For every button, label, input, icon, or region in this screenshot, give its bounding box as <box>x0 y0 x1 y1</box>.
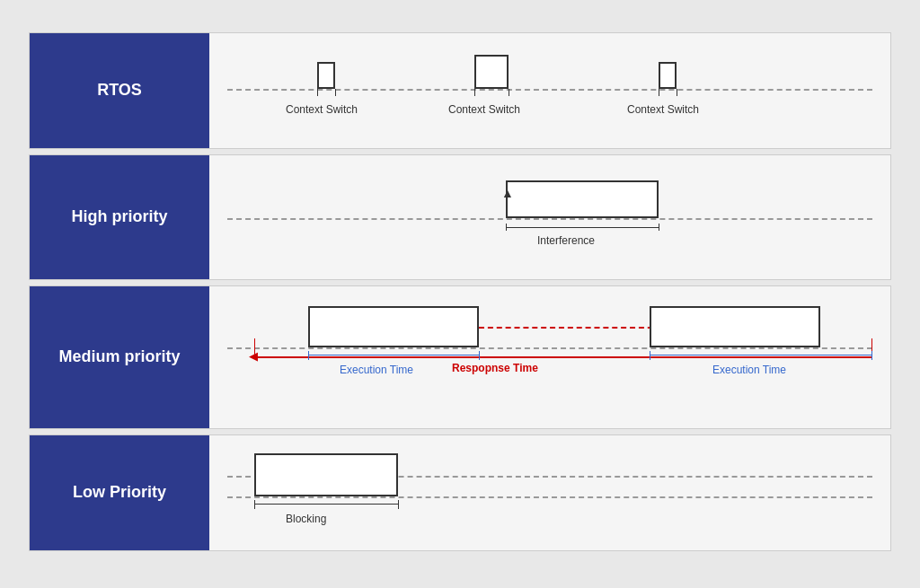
medium-pulse-2 <box>650 306 820 347</box>
interference-bracket-line <box>506 227 659 228</box>
rtos-diagram: Context Switch Context Switch Context Sw… <box>209 33 890 148</box>
blocking-label: Blocking <box>286 513 326 525</box>
medium-priority-row: Medium priority ◀ Respopnse Time <box>29 285 891 429</box>
exec2-label: Execution Time <box>712 364 786 376</box>
blocking-right-tick <box>398 500 399 509</box>
interference-label: Interference <box>537 234 595 247</box>
low-priority-row: Low Priority Blocking <box>29 434 891 551</box>
exec1-right-tick <box>479 351 480 360</box>
context-switch-label-2: Context Switch <box>448 103 520 116</box>
exec1-left-tick <box>308 351 309 360</box>
exec2-right-tick <box>871 351 872 360</box>
high-priority-label: High priority <box>30 155 209 279</box>
response-arrowhead-left: ◀ <box>249 349 258 363</box>
exec2-left-tick <box>650 351 650 360</box>
context-switch-rect-2 <box>474 55 509 89</box>
high-baseline <box>227 218 872 220</box>
context-switch-rect-1 <box>317 62 335 89</box>
context-switch-label-1: Context Switch <box>286 103 358 116</box>
low-diagram: Blocking <box>209 435 890 550</box>
rtos-row: RTOS Context Switch Context Switch Conte… <box>29 32 891 149</box>
context-switch-label-3: Context Switch <box>627 103 699 116</box>
diagram-container: RTOS Context Switch Context Switch Conte… <box>29 23 891 566</box>
low-baseline-lower <box>227 496 872 498</box>
high-priority-row: High priority ▲ Interference <box>29 154 891 280</box>
response-time-label: Respopnse Time <box>452 362 538 374</box>
rtos-label: RTOS <box>30 33 209 148</box>
response-arrow-line <box>254 356 872 358</box>
medium-priority-label: Medium priority <box>30 286 209 428</box>
high-diagram: ▲ Interference <box>209 155 890 279</box>
low-priority-label: Low Priority <box>30 435 209 550</box>
interference-rect <box>506 180 659 218</box>
rtos-baseline <box>227 89 872 91</box>
exec2-bracket-line <box>650 355 872 355</box>
medium-pulse-1 <box>308 306 479 347</box>
blocking-left-tick <box>254 500 255 509</box>
medium-baseline <box>227 347 872 349</box>
blocking-rect <box>254 453 398 496</box>
trigger-arrowhead: ▲ <box>501 186 514 200</box>
blocking-bracket-line <box>254 504 398 505</box>
exec1-bracket-line <box>308 355 479 355</box>
medium-diagram: ◀ Respopnse Time Execution Time Executio… <box>209 286 890 428</box>
interference-bracket-right <box>659 224 659 231</box>
exec1-label: Execution Time <box>340 364 413 376</box>
context-switch-rect-3 <box>659 62 677 89</box>
